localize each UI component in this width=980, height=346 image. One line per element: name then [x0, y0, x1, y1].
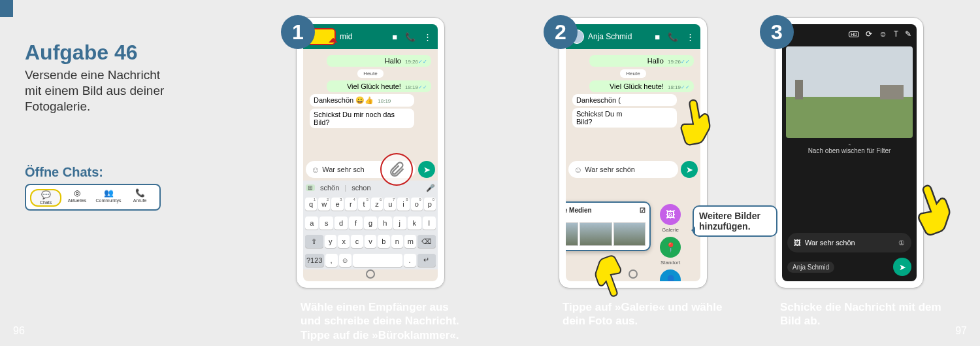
- video-icon[interactable]: ■: [390, 32, 399, 42]
- kontakt-button[interactable]: 👤: [660, 269, 681, 281]
- key-y[interactable]: y: [325, 235, 336, 248]
- emoji-icon[interactable]: ☺: [574, 165, 582, 175]
- key-g[interactable]: g: [364, 216, 377, 230]
- key-r[interactable]: r4: [345, 198, 357, 211]
- key-comma[interactable]: ,: [325, 254, 338, 267]
- caption-input[interactable]: 🖼 War sehr schön ①: [787, 233, 911, 252]
- msg-out: Hallo 19:26✓✓: [589, 55, 694, 67]
- nav-label: Anrufe: [133, 198, 147, 203]
- key-e[interactable]: e3: [331, 198, 343, 211]
- call-icon[interactable]: 📞: [403, 32, 417, 42]
- contact-name: Anja Schmid: [588, 32, 649, 41]
- sticker-icon[interactable]: ☺: [879, 29, 887, 39]
- text-icon[interactable]: T: [894, 29, 898, 39]
- key-v[interactable]: v: [365, 235, 376, 248]
- photo-preview[interactable]: [786, 46, 913, 138]
- key-b[interactable]: b: [378, 235, 389, 248]
- hd-badge[interactable]: HD: [849, 31, 859, 37]
- key-p[interactable]: p0: [424, 198, 436, 211]
- standort-button[interactable]: 📍: [660, 237, 681, 258]
- send-button[interactable]: ➤: [681, 161, 698, 178]
- key-x[interactable]: x: [338, 235, 350, 248]
- key-i[interactable]: i8: [397, 198, 409, 211]
- key-h[interactable]: h: [378, 216, 391, 230]
- key-shift[interactable]: ⇧: [305, 235, 323, 248]
- recipient-chip: Anja Schmid: [787, 262, 834, 273]
- nav-item-aktuelles[interactable]: ◎ Aktuelles: [61, 189, 93, 207]
- suggestion[interactable]: schon: [351, 184, 370, 192]
- home-button[interactable]: [366, 269, 375, 279]
- message-input-row: ☺ War sehr schön ➤: [566, 158, 700, 181]
- key-n[interactable]: n: [391, 235, 403, 248]
- timer-icon[interactable]: ①: [898, 239, 905, 247]
- photo-element: [880, 85, 904, 99]
- add-photo-icon[interactable]: 🖼: [794, 239, 801, 247]
- recipient-row: Anja Schmid ➤: [787, 258, 911, 276]
- thumbnails: [566, 222, 645, 246]
- callout-more-images: Weitere Bilderhinzufügen.: [693, 205, 777, 237]
- key-a[interactable]: a: [305, 216, 318, 230]
- key-o[interactable]: o9: [411, 198, 423, 211]
- key-emoji[interactable]: ☺: [339, 254, 351, 267]
- screen-1: mid ■ 📞 ⋮ Hallo 19:26✓✓ Heute Viel Glück…: [303, 24, 438, 281]
- message-input[interactable]: ☺ War sehr schön: [568, 161, 678, 178]
- attachment-popup: ← Alle Medien ☑ Mai 🖼 Galerie 📍 Standort…: [566, 201, 651, 251]
- caption-step-1: Wähle einen Empfänger ausund schreibe de…: [301, 300, 497, 342]
- emoji-icon[interactable]: ☺: [311, 165, 319, 175]
- draw-icon[interactable]: ✎: [905, 29, 911, 39]
- key-f[interactable]: f: [349, 216, 362, 230]
- key-dot[interactable]: .: [404, 254, 416, 267]
- key-s[interactable]: s: [319, 216, 333, 230]
- key-t[interactable]: t5: [358, 198, 370, 211]
- nav-item-chats[interactable]: 💬 Chats: [30, 189, 61, 207]
- chat-area: Hallo 19:26✓✓ Heute Viel Glück heute! 18…: [303, 49, 438, 134]
- chat-icon: 💬: [41, 191, 51, 199]
- wa-header: mid ■ 📞 ⋮: [303, 24, 438, 49]
- paperclip-icon: [387, 160, 406, 179]
- caption-step-3: Schicke die Nachricht mit demBild ab.: [780, 300, 976, 328]
- key-q[interactable]: q1: [305, 198, 317, 211]
- gif-icon[interactable]: ⊞: [306, 184, 315, 191]
- key-backspace[interactable]: ⌫: [417, 235, 436, 248]
- mic-icon[interactable]: 🎤: [426, 184, 435, 192]
- key-j[interactable]: j: [393, 216, 406, 230]
- key-m[interactable]: m: [404, 235, 416, 248]
- thumb[interactable]: [566, 222, 578, 246]
- check-icon[interactable]: ☑: [640, 207, 645, 214]
- send-button[interactable]: ➤: [418, 161, 435, 178]
- task-line: Versende eine Nachricht: [25, 68, 160, 82]
- key-enter[interactable]: ↵: [417, 254, 436, 267]
- sub-heading: Öffne Chats:: [25, 165, 214, 180]
- galerie-button[interactable]: 🖼: [660, 204, 681, 225]
- key-l[interactable]: l: [423, 216, 436, 230]
- wa-header: Anja Schmid ■ 📞 ⋮: [566, 24, 700, 49]
- thumb[interactable]: [580, 222, 612, 246]
- key-numbers[interactable]: ?123: [305, 254, 324, 267]
- date-chip: Heute: [357, 69, 384, 78]
- key-w[interactable]: w2: [318, 198, 330, 211]
- community-icon: 👥: [104, 189, 114, 197]
- more-icon[interactable]: ⋮: [684, 32, 696, 42]
- task-title: Aufgabe 46: [25, 41, 214, 65]
- task-body: Versende eine Nachricht mit einem Bild a…: [25, 67, 214, 114]
- attach-header[interactable]: ← Alle Medien ☑: [566, 207, 645, 214]
- call-icon[interactable]: 📞: [666, 32, 680, 42]
- more-icon[interactable]: ⋮: [421, 32, 434, 42]
- crop-icon[interactable]: ⟳: [866, 29, 872, 39]
- key-z[interactable]: z6: [371, 198, 383, 211]
- key-u[interactable]: u7: [384, 198, 396, 211]
- key-c[interactable]: c: [351, 235, 363, 248]
- nav-item-anrufe[interactable]: 📞 Anrufe: [124, 189, 155, 207]
- key-space[interactable]: [353, 254, 402, 267]
- paperclip-highlight[interactable]: [380, 153, 413, 186]
- attach-month: Mai: [566, 215, 645, 221]
- msg-out: Hallo 19:26✓✓: [327, 55, 431, 67]
- left-panel: Aufgabe 46 Versende eine Nachricht mit e…: [25, 41, 214, 211]
- video-icon[interactable]: ■: [653, 32, 662, 42]
- nav-item-communitys[interactable]: 👥 Communitys: [93, 189, 124, 207]
- suggestion[interactable]: schön: [320, 184, 339, 192]
- send-button[interactable]: ➤: [893, 258, 911, 276]
- key-d[interactable]: d: [335, 216, 348, 230]
- key-k[interactable]: k: [408, 216, 421, 230]
- thumb[interactable]: [613, 222, 645, 246]
